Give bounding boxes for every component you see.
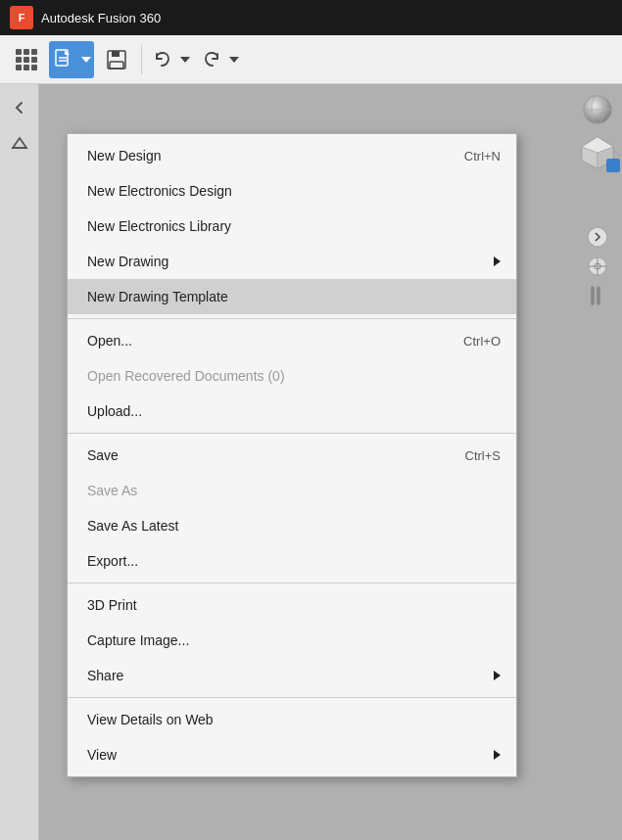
nav-controls [584,223,611,309]
nav-left-button[interactable] [584,223,611,251]
save-button[interactable] [98,41,135,78]
menu-separator [68,433,516,434]
chevron-down-icon [229,57,239,63]
menu-item-3d-print[interactable]: 3D Print [68,587,516,623]
menu-item-label-open: Open... [87,333,424,349]
toolbar-divider-1 [141,45,142,74]
menu-item-save[interactable]: SaveCtrl+S [68,438,516,473]
undo-icon [153,50,172,70]
app-title: Autodesk Fusion 360 [41,11,161,25]
menu-item-label-new-design: New Design [87,148,425,163]
save-icon [106,49,127,70]
svg-rect-4 [112,51,120,57]
menu-item-label-view: View [87,747,494,763]
new-doc-icon [54,49,73,70]
apps-button[interactable] [8,41,45,78]
menu-item-new-drawing-template[interactable]: New Drawing Template [68,279,516,314]
redo-button-main[interactable] [197,41,226,78]
menu-item-label-new-electronics-library: New Electronics Library [87,218,501,234]
menu-item-new-drawing[interactable]: New Drawing [68,244,516,279]
sidebar-triangle-button[interactable] [4,127,35,159]
menu-item-new-design[interactable]: New DesignCtrl+N [68,138,516,173]
svg-marker-6 [13,138,26,148]
menu-item-export[interactable]: Export... [68,543,516,579]
left-sidebar [0,84,39,840]
menu-item-new-electronics-library[interactable]: New Electronics Library [68,209,516,244]
menu-item-shortcut-save: Ctrl+S [465,448,501,463]
undo-button-group[interactable] [148,41,193,78]
submenu-arrow-icon [494,750,501,760]
menu-item-view-details[interactable]: View Details on Web [68,702,516,737]
chevron-down-icon [180,57,190,63]
nav-icon [586,225,609,249]
menu-item-save-as-latest[interactable]: Save As Latest [68,508,516,543]
target-button[interactable] [584,253,611,280]
menu-item-capture-image[interactable]: Capture Image... [68,623,516,658]
menu-item-save-as: Save As [68,473,516,508]
menu-item-label-new-electronics-design: New Electronics Design [87,183,501,199]
menu-item-shortcut-open: Ctrl+O [463,334,501,349]
svg-point-14 [588,227,607,247]
triangle-icon [11,134,28,152]
menu-separator [68,697,516,698]
title-bar: F Autodesk Fusion 360 [0,0,622,35]
right-panel [573,84,622,317]
menu-item-upload[interactable]: Upload... [68,394,516,429]
menu-item-label-open-recovered: Open Recovered Documents (0) [87,368,501,384]
zoom-bar-button[interactable] [584,282,611,309]
menu-item-label-view-details: View Details on Web [87,712,501,727]
back-icon [11,99,28,117]
sphere-icon [580,90,615,129]
new-button-arrow[interactable] [78,41,94,78]
accent-indicator [606,159,620,172]
new-button-group[interactable] [49,41,94,78]
dropdown-menu: New DesignCtrl+NNew Electronics DesignNe… [67,133,517,777]
menu-item-shortcut-new-design: Ctrl+N [464,149,501,163]
menu-item-open-recovered: Open Recovered Documents (0) [68,358,516,394]
menu-item-label-share: Share [87,668,494,683]
menu-item-label-save-as: Save As [87,483,501,498]
submenu-arrow-icon [494,257,501,266]
menu-item-label-export: Export... [87,553,501,569]
menu-item-share[interactable]: Share [68,658,516,693]
menu-item-label-new-drawing: New Drawing [87,254,494,269]
menu-item-label-save-as-latest: Save As Latest [87,518,501,534]
menu-item-label-save: Save [87,447,426,463]
undo-arrow[interactable] [177,41,193,78]
svg-rect-5 [110,62,123,69]
undo-button-main[interactable] [148,41,177,78]
menu-item-view[interactable]: View [68,737,516,772]
redo-arrow[interactable] [226,41,242,78]
sidebar-back-button[interactable] [4,92,35,123]
menu-item-label-3d-print: 3D Print [87,597,501,613]
sphere-button[interactable] [580,92,615,127]
target-icon [587,256,608,277]
menu-item-open[interactable]: Open...Ctrl+O [68,323,516,358]
svg-rect-20 [597,286,600,305]
chevron-down-icon [81,57,91,63]
redo-button-group[interactable] [197,41,242,78]
redo-icon [202,50,221,70]
zoom-bar-icon [590,285,605,306]
menu-separator [68,318,516,319]
menu-item-label-upload: Upload... [87,403,501,419]
app-icon: F [10,6,33,29]
submenu-arrow-icon [494,671,501,680]
menu-item-label-new-drawing-template: New Drawing Template [87,289,501,304]
main-area: New DesignCtrl+NNew Electronics DesignNe… [0,84,622,840]
menu-item-new-electronics-design[interactable]: New Electronics Design [68,173,516,209]
svg-rect-19 [591,286,595,305]
menu-separator [68,583,516,583]
toolbar [0,35,622,84]
menu-item-label-capture-image: Capture Image... [87,632,501,648]
grid-icon [16,49,37,70]
new-button-main[interactable] [49,41,78,78]
